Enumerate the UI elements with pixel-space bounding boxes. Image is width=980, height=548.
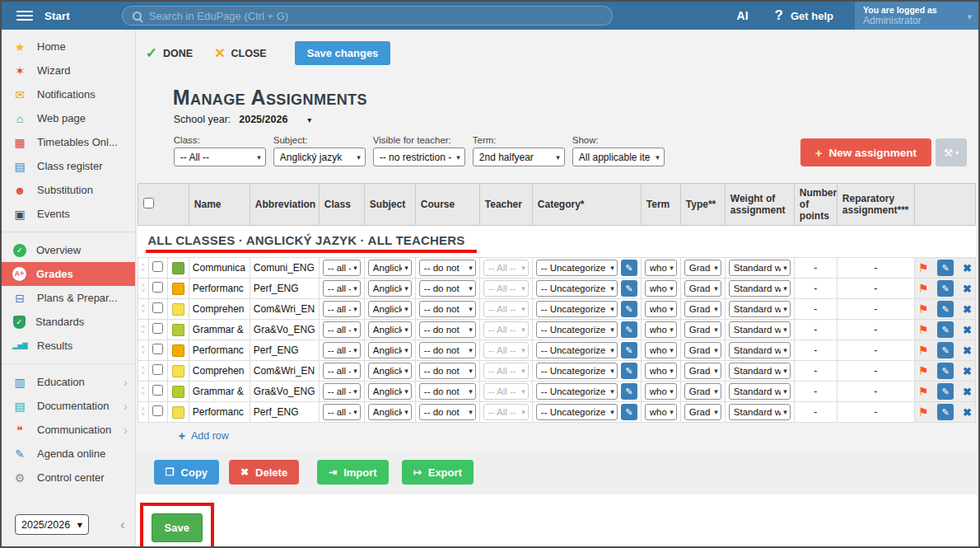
sidebar-item[interactable]: ❝ Communication ›	[2, 418, 135, 442]
class-select[interactable]: -- all -▾	[323, 301, 361, 317]
sidebar-item[interactable]: ✉ Notifications	[2, 82, 135, 106]
visible-for-teacher-filter-select[interactable]: -- no restriction - ▾	[373, 148, 465, 166]
category-edit-button[interactable]: ✎	[621, 383, 637, 400]
class-select[interactable]: -- all -▾	[323, 363, 361, 379]
term-select[interactable]: who▾	[645, 301, 677, 317]
row-checkbox[interactable]	[152, 261, 163, 272]
category-select[interactable]: -- Uncategorize▾	[536, 383, 618, 400]
sidebar-item[interactable]: ▥ Education ›	[2, 370, 135, 394]
sidebar-item[interactable]: ▣ Events	[2, 202, 135, 226]
category-select[interactable]: -- Uncategorize▾	[536, 280, 618, 297]
edit-row-button[interactable]: ✎	[937, 321, 954, 338]
course-select[interactable]: -- do not▾	[419, 301, 476, 317]
get-help-button[interactable]: ? Get help	[775, 7, 833, 24]
weight-select[interactable]: Standard w▾	[729, 321, 791, 338]
sidebar-item[interactable]: ▤ Documentation ›	[2, 394, 135, 418]
subject-select[interactable]: Anglick▾	[368, 280, 412, 297]
term-select[interactable]: who▾	[645, 321, 677, 338]
category-select[interactable]: -- Uncategorize▾	[536, 321, 618, 338]
type-select[interactable]: Grad▾	[684, 301, 721, 317]
start-button[interactable]: Start	[44, 10, 70, 22]
delete-row-button[interactable]: ✖	[963, 406, 972, 419]
row-checkbox[interactable]	[152, 364, 163, 375]
color-swatch[interactable]	[172, 386, 184, 398]
settings-wrench-button[interactable]: ⚒ ▾	[936, 138, 967, 166]
term-select[interactable]: who▾	[645, 383, 677, 400]
color-swatch[interactable]	[172, 283, 184, 295]
category-select[interactable]: -- Uncategorize▾	[536, 260, 618, 276]
flag-icon[interactable]: ⚑	[918, 405, 929, 419]
delete-row-button[interactable]: ✖	[963, 344, 972, 357]
show-filter-select[interactable]: All applicable ite ▾	[572, 148, 665, 166]
row-checkbox[interactable]	[152, 405, 163, 416]
course-select[interactable]: -- do not▾	[419, 404, 476, 420]
sidebar-item[interactable]: ☻ Substitution	[2, 178, 135, 202]
category-edit-button[interactable]: ✎	[621, 321, 637, 338]
flag-icon[interactable]: ⚑	[918, 282, 929, 295]
course-select[interactable]: -- do not▾	[419, 280, 476, 297]
flag-icon[interactable]: ⚑	[918, 302, 929, 316]
class-select[interactable]: -- all -▾	[323, 342, 361, 358]
add-row-button[interactable]: + Add row	[179, 429, 978, 443]
sidebar-item[interactable]: ▂▅▇ Results	[2, 334, 135, 358]
edit-row-button[interactable]: ✎	[937, 342, 954, 358]
row-drag-handle[interactable]: ˄˅	[138, 345, 148, 355]
course-select[interactable]: -- do not▾	[419, 383, 476, 400]
course-select[interactable]: -- do not▾	[419, 321, 476, 338]
category-edit-button[interactable]: ✎	[621, 342, 637, 358]
school-year-select[interactable]: 2025/2026 ▾	[15, 514, 89, 535]
type-select[interactable]: Grad▾	[684, 342, 721, 358]
color-swatch[interactable]	[172, 365, 184, 377]
sidebar-item[interactable]: ⚙ Control center	[2, 466, 135, 489]
menu-icon[interactable]	[16, 11, 33, 21]
weight-select[interactable]: Standard w▾	[729, 383, 791, 400]
row-checkbox[interactable]	[152, 385, 163, 396]
type-select[interactable]: Grad▾	[684, 383, 721, 400]
weight-select[interactable]: Standard w▾	[729, 301, 791, 317]
sidebar-item[interactable]: ⊟ Plans & Prepar...	[2, 286, 135, 310]
flag-icon[interactable]: ⚑	[918, 385, 929, 398]
edit-row-button[interactable]: ✎	[937, 363, 954, 379]
subject-select[interactable]: Anglick▾	[368, 321, 412, 338]
subject-select[interactable]: Anglick▾	[368, 342, 412, 358]
global-search[interactable]	[122, 6, 613, 26]
flag-icon[interactable]: ⚑	[918, 364, 929, 377]
category-select[interactable]: -- Uncategorize▾	[536, 342, 618, 358]
subject-select[interactable]: Anglick▾	[368, 383, 412, 400]
row-drag-handle[interactable]: ˄˅	[138, 386, 148, 396]
category-edit-button[interactable]: ✎	[621, 404, 637, 420]
course-select[interactable]: -- do not▾	[419, 260, 476, 276]
delete-row-button[interactable]: ✖	[963, 324, 972, 336]
subject-select[interactable]: Anglick▾	[368, 363, 412, 379]
category-edit-button[interactable]: ✎	[621, 260, 637, 276]
delete-row-button[interactable]: ✖	[963, 262, 972, 274]
weight-select[interactable]: Standard w▾	[729, 363, 791, 379]
category-edit-button[interactable]: ✎	[621, 363, 637, 379]
ai-button[interactable]: AI	[737, 9, 749, 22]
import-button[interactable]: ⇥ Import	[317, 460, 389, 485]
type-select[interactable]: Grad▾	[684, 404, 721, 420]
row-checkbox[interactable]	[152, 302, 163, 313]
delete-button[interactable]: ✖ Delete	[229, 460, 299, 485]
edit-row-button[interactable]: ✎	[937, 383, 954, 400]
new-assignment-button[interactable]: + New assignment	[800, 138, 931, 166]
flag-icon[interactable]: ⚑	[918, 323, 929, 336]
color-swatch[interactable]	[172, 324, 184, 336]
sidebar-collapse-button[interactable]: ‹	[120, 517, 127, 533]
delete-row-button[interactable]: ✖	[963, 283, 972, 295]
color-swatch[interactable]	[172, 303, 184, 316]
save-button[interactable]: Save	[152, 513, 203, 542]
class-select[interactable]: -- all -▾	[323, 280, 361, 297]
subject-select[interactable]: Anglick▾	[368, 301, 412, 317]
sidebar-item[interactable]: ★ Home	[2, 35, 135, 59]
weight-select[interactable]: Standard w▾	[729, 342, 791, 358]
type-select[interactable]: Grad▾	[684, 321, 721, 338]
row-drag-handle[interactable]: ˄˅	[138, 407, 148, 417]
row-drag-handle[interactable]: ˄˅	[138, 304, 148, 314]
term-select[interactable]: who▾	[645, 260, 677, 276]
row-drag-handle[interactable]: ˄˅	[138, 366, 148, 376]
course-select[interactable]: -- do not▾	[419, 342, 476, 358]
flag-icon[interactable]: ⚑	[918, 261, 929, 274]
term-filter-select[interactable]: 2nd halfyear ▾	[473, 148, 565, 166]
sidebar-item[interactable]: ✶ Wizard	[2, 59, 135, 82]
